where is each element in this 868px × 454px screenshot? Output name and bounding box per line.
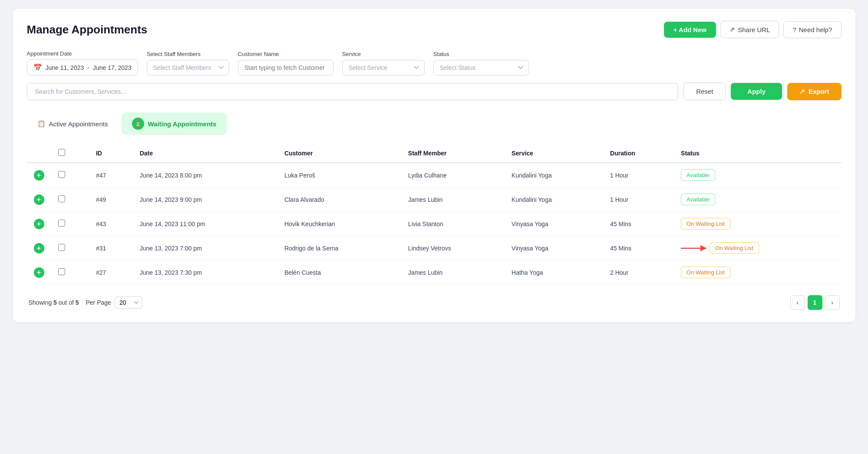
- pagination-row: Showing 5 out of 5 Per Page 20 50 100 ‹ …: [27, 295, 842, 310]
- header-staff-member: Staff Member: [401, 144, 505, 163]
- service-label: Service: [342, 51, 425, 57]
- expand-cell: +: [27, 212, 51, 236]
- checkbox-cell: [51, 236, 89, 260]
- status-select[interactable]: Select Status: [433, 60, 529, 76]
- row-checkbox[interactable]: [58, 220, 65, 227]
- expand-row-button[interactable]: +: [34, 267, 44, 278]
- checkbox-cell: [51, 188, 89, 212]
- cell-date: June 13, 2023 7:00 pm: [133, 236, 277, 260]
- cell-status: On Waiting List: [674, 212, 841, 236]
- cell-duration: 1 Hour: [603, 188, 674, 212]
- header-row: Manage Appointments + Add New ⇗ Share UR…: [27, 21, 842, 38]
- cell-customer: Belén Cuesta: [277, 260, 401, 285]
- customer-name-filter: Customer Name: [238, 51, 333, 76]
- cell-customer: Hovik Keuchkerian: [277, 212, 401, 236]
- header-expand-col: [27, 144, 51, 163]
- tab-waiting-appointments[interactable]: ⏳ Waiting Appointments: [122, 112, 227, 135]
- expand-cell: +: [27, 236, 51, 260]
- cell-date: June 14, 2023 9:00 pm: [133, 188, 277, 212]
- header-service: Service: [505, 144, 603, 163]
- expand-cell: +: [27, 163, 51, 188]
- cell-date: June 13, 2023 7:30 pm: [133, 260, 277, 285]
- per-page-select[interactable]: 20 50 100: [115, 296, 142, 309]
- cell-id: #31: [89, 236, 133, 260]
- cell-id: #49: [89, 188, 133, 212]
- header-duration: Duration: [603, 144, 674, 163]
- appointments-table-container: ID Date Customer Staff Member Service Du…: [27, 144, 842, 285]
- page-title: Manage Appointments: [27, 23, 148, 36]
- status-label: Status: [433, 51, 529, 57]
- service-filter: Service Select Service: [342, 51, 425, 76]
- header-actions: + Add New ⇗ Share URL ? Need help?: [664, 21, 842, 38]
- date-range-input[interactable]: 📅 June 11, 2023 - June 17, 2023: [27, 59, 138, 76]
- expand-cell: +: [27, 260, 51, 285]
- need-help-button[interactable]: ? Need help?: [783, 21, 841, 38]
- cell-staff-member: Livia Stanton: [401, 212, 505, 236]
- expand-cell: +: [27, 188, 51, 212]
- cell-staff-member: James Lubin: [401, 260, 505, 285]
- page-container: Manage Appointments + Add New ⇗ Share UR…: [13, 9, 855, 322]
- export-button[interactable]: ↗ Export: [787, 83, 842, 100]
- table-row: + #27 June 13, 2023 7:30 pm Belén Cuesta…: [27, 260, 842, 285]
- service-select[interactable]: Select Service: [342, 60, 425, 76]
- table-row: + #49 June 14, 2023 9:00 pm Clara Alvara…: [27, 188, 842, 212]
- table-row: + #47 June 14, 2023 8:00 pm Luka Peroš L…: [27, 163, 842, 188]
- cell-customer: Rodrigo de la Serna: [277, 236, 401, 260]
- header-customer: Customer: [277, 144, 401, 163]
- expand-row-button[interactable]: +: [34, 170, 44, 181]
- expand-row-button[interactable]: +: [34, 194, 44, 205]
- select-all-checkbox[interactable]: [58, 149, 65, 156]
- expand-row-button[interactable]: +: [34, 243, 44, 253]
- status-badge: On Waiting List: [681, 218, 730, 230]
- customer-name-input[interactable]: [238, 60, 333, 76]
- cell-duration: 45 Mins: [603, 212, 674, 236]
- cell-service: Hatha Yoga: [505, 260, 603, 285]
- status-filter: Status Select Status: [433, 51, 529, 76]
- appointments-table: ID Date Customer Staff Member Service Du…: [27, 144, 842, 285]
- header-id: ID: [89, 144, 133, 163]
- showing-text: Showing 5 out of 5: [29, 299, 79, 306]
- search-actions-row: Reset Apply ↗ Export: [27, 82, 842, 100]
- checkbox-cell: [51, 260, 89, 285]
- reset-button[interactable]: Reset: [683, 82, 726, 100]
- prev-page-button[interactable]: ‹: [790, 295, 805, 310]
- table-header-row: ID Date Customer Staff Member Service Du…: [27, 144, 842, 163]
- status-badge: On Waiting List: [710, 242, 759, 254]
- cell-service: Kundalini Yoga: [505, 188, 603, 212]
- add-new-button[interactable]: + Add New: [664, 22, 716, 38]
- header-date: Date: [133, 144, 277, 163]
- red-arrow: [681, 244, 707, 253]
- row-checkbox[interactable]: [58, 244, 65, 251]
- cell-status: Available: [674, 163, 841, 188]
- tab-active-appointments[interactable]: 📋 Active Appointments: [27, 112, 119, 135]
- share-url-button[interactable]: ⇗ Share URL: [720, 21, 779, 38]
- cell-duration: 45 Mins: [603, 236, 674, 260]
- row-checkbox[interactable]: [58, 268, 65, 275]
- status-badge: Available: [681, 194, 715, 205]
- cell-status: On Waiting List: [674, 260, 841, 285]
- search-input[interactable]: [27, 83, 679, 100]
- per-page-group: Per Page 20 50 100: [86, 296, 142, 309]
- customer-name-label: Customer Name: [238, 51, 333, 57]
- cell-staff-member: Lydia Culhane: [401, 163, 505, 188]
- header-status: Status: [674, 144, 841, 163]
- row-checkbox[interactable]: [58, 171, 65, 178]
- apply-button[interactable]: Apply: [731, 83, 782, 100]
- page-1-button[interactable]: 1: [808, 295, 822, 310]
- question-icon: ?: [792, 26, 796, 33]
- staff-members-select[interactable]: Select Staff Members: [147, 60, 229, 76]
- cell-customer: Luka Peroš: [277, 163, 401, 188]
- expand-row-button[interactable]: +: [34, 219, 44, 229]
- tabs-row: 📋 Active Appointments ⏳ Waiting Appointm…: [27, 112, 842, 135]
- cell-status: Available: [674, 188, 841, 212]
- cell-status: On Waiting List: [674, 236, 841, 260]
- row-checkbox[interactable]: [58, 195, 65, 202]
- next-page-button[interactable]: ›: [825, 295, 840, 310]
- calendar-icon: 📅: [33, 63, 42, 72]
- filters-row: Appointment Date 📅 June 11, 2023 - June …: [27, 50, 842, 76]
- appointment-date-label: Appointment Date: [27, 50, 138, 57]
- staff-members-label: Select Staff Members: [147, 51, 229, 57]
- table-row: + #31 June 13, 2023 7:00 pm Rodrigo de l…: [27, 236, 842, 260]
- header-checkbox-col: [51, 144, 89, 163]
- status-badge: Available: [681, 169, 715, 181]
